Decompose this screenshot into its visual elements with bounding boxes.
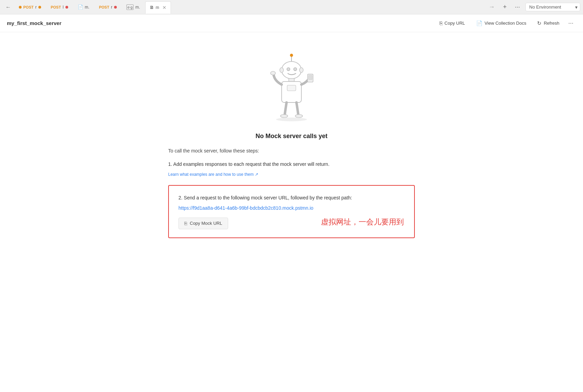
tab-post-r2[interactable]: POST r	[95, 1, 121, 13]
forward-arrow[interactable]: →	[486, 2, 497, 12]
step2-text: 2. Send a request to the following mock …	[178, 194, 405, 201]
docs-icon: 📄	[476, 20, 483, 26]
tab-name-label: r	[111, 5, 112, 10]
svg-point-10	[271, 71, 275, 75]
refresh-label: Refresh	[544, 21, 559, 26]
tab-name-label: m.	[85, 5, 89, 10]
eg-icon: e·g	[126, 4, 134, 10]
svg-point-15	[276, 118, 307, 121]
copy-url-button[interactable]: ⎘ Copy URL	[435, 18, 470, 28]
svg-rect-9	[287, 85, 296, 91]
tab-name-label: m	[156, 5, 159, 10]
svg-rect-8	[282, 82, 301, 102]
environment-selector-wrapper: No Environment	[525, 3, 580, 11]
copy-url-label: Copy URL	[445, 21, 465, 26]
copy-mock-icon: ⎘	[184, 221, 187, 226]
svg-point-1	[290, 54, 293, 57]
tab-unsaved-dot	[65, 6, 68, 9]
svg-point-4	[294, 68, 297, 71]
tab-name-label: r	[35, 5, 37, 10]
tab-post-l[interactable]: POST l	[46, 1, 73, 13]
copy-url-icon: ⎘	[439, 20, 443, 26]
tab-bar: ← POST r POST l 📄 m. POST r e·g m. 🗎 m ✕…	[0, 0, 583, 14]
svg-point-6	[299, 68, 303, 72]
tab-actions: → + ··· No Environment	[486, 2, 580, 12]
learn-link[interactable]: Learn what examples are and how to use t…	[168, 172, 258, 177]
tab-dot	[19, 6, 22, 9]
file-icon: 📄	[78, 4, 83, 10]
svg-point-14	[295, 114, 303, 118]
toolbar-more-button[interactable]: ···	[566, 17, 576, 29]
svg-point-3	[287, 68, 290, 71]
svg-rect-12	[309, 75, 312, 80]
robot-svg	[261, 53, 322, 121]
environment-select[interactable]: No Environment	[525, 3, 580, 11]
step1-text: 1. Add examples responses to each reques…	[168, 160, 415, 168]
refresh-button[interactable]: ↻ Refresh	[532, 18, 564, 29]
content-area: No Mock server calls yet To call the moc…	[168, 133, 415, 238]
server-icon: 🗎	[150, 5, 154, 10]
svg-rect-7	[289, 78, 294, 82]
svg-point-2	[282, 61, 301, 78]
tab-method-label: POST	[23, 5, 34, 9]
main-heading: No Mock server calls yet	[168, 133, 415, 140]
tab-close-button[interactable]: ✕	[162, 5, 166, 10]
robot-illustration	[261, 53, 322, 122]
svg-point-13	[281, 114, 288, 118]
copy-mock-label: Copy Mock URL	[190, 221, 222, 226]
view-docs-label: View Collection Docs	[485, 21, 526, 26]
tab-method-label: POST	[51, 5, 61, 9]
tab-server-m[interactable]: 🗎 m ✕	[145, 1, 171, 14]
tab-eg-m[interactable]: e·g m.	[122, 1, 145, 13]
tabs-more-button[interactable]: ···	[512, 2, 523, 12]
chinese-annotation: 虚拟网址，一会儿要用到	[321, 217, 404, 227]
toolbar-actions: ⎘ Copy URL 📄 View Collection Docs ↻ Refr…	[435, 17, 576, 29]
main-content: No Mock server calls yet To call the moc…	[0, 32, 583, 392]
toolbar: my_first_mock_server ⎘ Copy URL 📄 View C…	[0, 14, 583, 32]
tab-method-label: POST	[99, 5, 109, 9]
tab-name-label: m.	[135, 5, 140, 10]
svg-point-5	[280, 68, 284, 72]
new-tab-button[interactable]: +	[500, 2, 509, 12]
tab-file-m[interactable]: 📄 m.	[73, 1, 94, 13]
mock-url-box: 2. Send a request to the following mock …	[168, 185, 415, 238]
mock-url-link[interactable]: https://f9d1aa8a-d641-4a6b-99bf-bdcbdcb2…	[178, 205, 405, 211]
tab-name-label: l	[63, 5, 64, 10]
tab-unsaved-dot	[38, 6, 41, 9]
subtitle-text: To call the mock server, follow these st…	[168, 148, 415, 154]
tab-post-r1[interactable]: POST r	[14, 1, 46, 13]
back-button[interactable]: ←	[3, 2, 14, 12]
refresh-icon: ↻	[537, 20, 542, 26]
view-docs-button[interactable]: 📄 View Collection Docs	[471, 18, 531, 29]
tab-unsaved-dot	[114, 6, 117, 9]
copy-mock-url-button[interactable]: ⎘ Copy Mock URL	[178, 218, 228, 229]
page-title: my_first_mock_server	[7, 20, 61, 26]
